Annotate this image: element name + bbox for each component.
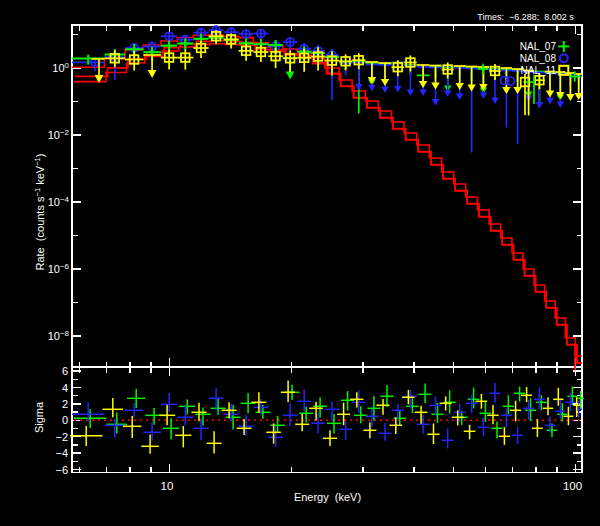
svg-text:−6: −6 bbox=[55, 464, 68, 476]
svg-text:6: 6 bbox=[62, 365, 68, 377]
svg-text:−4: −4 bbox=[55, 447, 68, 459]
svg-text:Sigma: Sigma bbox=[33, 401, 45, 433]
svg-text:NAL_11: NAL_11 bbox=[521, 65, 557, 76]
svg-text:Rate (counts s−1 keV−1): Rate (counts s−1 keV−1) bbox=[33, 153, 46, 270]
svg-text:Energy (keV): Energy (keV) bbox=[294, 491, 361, 503]
svg-text:4: 4 bbox=[62, 382, 68, 394]
svg-text:0: 0 bbox=[62, 414, 68, 426]
svg-text:−2: −2 bbox=[55, 431, 68, 443]
svg-text:NAL_08: NAL_08 bbox=[520, 53, 557, 64]
svg-text:100: 100 bbox=[563, 480, 582, 492]
svg-text:Times: −6.288: 8.002 s: Times: −6.288: 8.002 s bbox=[477, 12, 574, 22]
svg-text:2: 2 bbox=[62, 398, 68, 410]
svg-text:10: 10 bbox=[161, 480, 174, 492]
svg-text:NAL_07: NAL_07 bbox=[520, 41, 557, 52]
